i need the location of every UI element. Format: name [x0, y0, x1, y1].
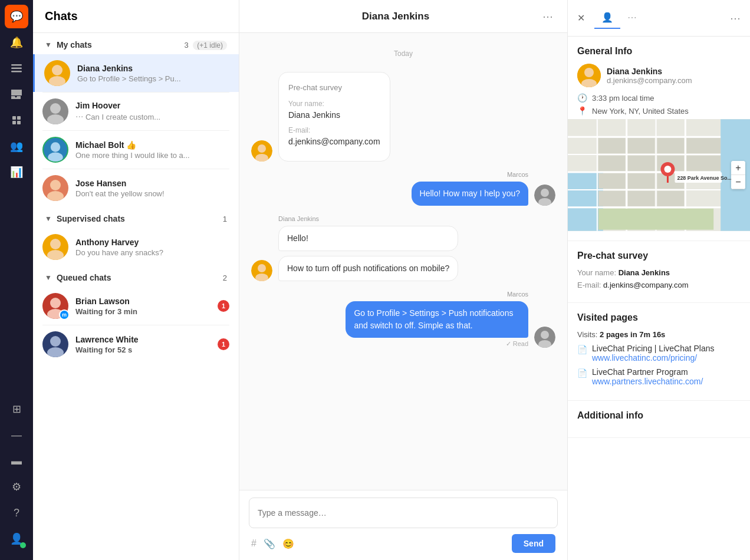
- clock-icon: 🕐: [577, 93, 587, 103]
- chat-item-brian[interactable]: m Brian Lawson Waiting for 3 min 1: [33, 287, 239, 325]
- message-input[interactable]: [258, 508, 549, 518]
- svg-point-29: [258, 264, 266, 272]
- nav-inbox[interactable]: [5, 83, 28, 106]
- rp-options-btn[interactable]: ⋯: [730, 12, 741, 25]
- icon-bar: 💬 🔔 👥 📊 ⊞ — ▬ ⚙: [0, 0, 33, 560]
- chat-item-anthony[interactable]: Anthony Harvey Do you have any snacks?: [33, 228, 239, 266]
- pre-chat-survey-section: Pre-chat survey Your name: Diana Jenkins…: [568, 241, 750, 303]
- visits-summary: Visits: 2 pages in 7m 16s: [577, 330, 741, 339]
- chat-info-jose: Jose Hansen Don't eat the yellow snow!: [75, 179, 229, 198]
- svg-rect-5: [12, 121, 16, 124]
- rp-location-row: 📍 New York, NY, United States: [577, 106, 741, 116]
- my-chats-count: 3 (+1 idle): [184, 41, 227, 50]
- survey-email-value: d.jenkins@company.com: [288, 136, 380, 148]
- chat-item-jim[interactable]: Jim Hoover ··· Can I create custom...: [33, 93, 239, 130]
- msg-customer-hello: Diana Jenkins Hello! How to turn off pus…: [251, 215, 555, 281]
- chat-item-jose[interactable]: Jose Hansen Don't eat the yellow snow!: [33, 169, 239, 207]
- emoji-icon[interactable]: 😊: [282, 538, 294, 549]
- svg-rect-58: [598, 191, 626, 206]
- chat-preview-jose: Don't eat the yellow snow!: [75, 189, 229, 198]
- chat-preview-michael: One more thing I would like to a...: [75, 151, 229, 160]
- chat-item-lawrence[interactable]: Lawrence White Waiting for 52 s 1: [33, 325, 239, 363]
- nav-settings[interactable]: ⚙: [5, 475, 28, 499]
- chat-info-jim: Jim Hoover ··· Can I create custom...: [75, 101, 229, 122]
- date-divider: Today: [251, 50, 555, 58]
- msg-content-customer-hello: Diana Jenkins Hello! How to turn off pus…: [278, 215, 458, 281]
- chat-name-jim: Jim Hoover: [75, 101, 229, 110]
- nav-grid[interactable]: ⊞: [5, 397, 28, 421]
- queued-chats-header[interactable]: ▼ Queued chats 2: [33, 266, 239, 287]
- svg-rect-63: [598, 209, 713, 230]
- rp-tab-person[interactable]: 👤: [594, 7, 620, 29]
- send-button[interactable]: Send: [512, 534, 555, 553]
- nav-card[interactable]: ▬: [5, 449, 28, 473]
- chat-item-diana[interactable]: Diana Jenkins Go to Profile > Settings >…: [33, 54, 239, 92]
- nav-bell[interactable]: 🔔: [5, 31, 28, 54]
- chat-list-panel: Chats ▼ My chats 3 (+1 idle) Diana Jenki…: [33, 0, 239, 560]
- general-info-title: General Info: [577, 46, 741, 57]
- nav-people[interactable]: 👥: [5, 134, 28, 158]
- right-panel: ✕ 👤 ⋯ ⋯ General Info Diana Jenkins d.jen…: [567, 0, 750, 560]
- chat-name-jose: Jose Hansen: [75, 179, 229, 188]
- my-chats-section-header[interactable]: ▼ My chats 3 (+1 idle): [33, 33, 239, 54]
- nav-list[interactable]: [5, 57, 28, 80]
- nav-avatar[interactable]: 👤: [5, 527, 28, 551]
- map-placeholder[interactable]: 228 Park Avenue So... + −: [568, 119, 750, 231]
- svg-rect-55: [598, 173, 626, 189]
- map-zoom-in[interactable]: +: [731, 161, 745, 175]
- rp-time-row: 🕐 3:33 pm local time: [577, 93, 741, 103]
- visited-page-url-2[interactable]: www.partners.livechatinc.com/: [592, 377, 703, 386]
- chat-name-lawrence: Lawrence White: [75, 335, 210, 344]
- chat-header-actions: ⋯: [540, 8, 555, 25]
- queued-chats-chevron: ▼: [45, 274, 52, 282]
- survey-name-row: Your name: Diana Jenkins: [577, 268, 741, 277]
- input-toolbar: # 📎 😊 Send: [249, 534, 558, 553]
- nav-help[interactable]: ?: [5, 501, 28, 525]
- chat-name-brian: Brian Lawson: [75, 297, 210, 306]
- attachment-icon[interactable]: 📎: [264, 538, 275, 549]
- survey-title: Pre-chat survey: [288, 82, 380, 94]
- chat-name-anthony: Anthony Harvey: [75, 238, 229, 247]
- rp-user-name: Diana Jenkins: [607, 67, 692, 76]
- svg-rect-2: [11, 71, 22, 73]
- rp-user-info: Diana Jenkins d.jenkins@company.com: [607, 67, 692, 85]
- msg-agent-1: Marcos Hello! How may I help you?: [251, 171, 555, 206]
- chat-info-diana: Diana Jenkins Go to Profile > Settings >…: [77, 64, 229, 83]
- map-zoom-out[interactable]: −: [731, 175, 745, 189]
- rp-tab-more[interactable]: ⋯: [620, 7, 644, 29]
- svg-rect-50: [598, 156, 626, 171]
- nav-chart[interactable]: 📊: [5, 160, 28, 184]
- chat-header-name: Diana Jenkins: [362, 11, 429, 22]
- svg-text:228 Park Avenue So...: 228 Park Avenue So...: [677, 175, 732, 181]
- rp-user-row: Diana Jenkins d.jenkins@company.com: [577, 64, 741, 87]
- svg-rect-6: [17, 121, 21, 124]
- chat-more-btn[interactable]: ⋯: [540, 8, 555, 25]
- nav-divider-icon: —: [5, 423, 28, 447]
- svg-point-7: [52, 65, 63, 75]
- svg-point-23: [258, 144, 266, 153]
- chat-preview-brian: Waiting for 3 min: [75, 307, 210, 316]
- chat-name-michael: Michael Bolt 👍: [75, 140, 229, 150]
- visited-page-2: 📄 LiveChat Partner Program www.partners.…: [577, 367, 741, 386]
- svg-rect-3: [12, 116, 16, 120]
- msg-avatar-diana-survey: [251, 140, 272, 162]
- msg-agent-2: Marcos Go to Profile > Settings > Push n…: [251, 291, 555, 348]
- svg-rect-49: [598, 138, 626, 153]
- svg-rect-61: [686, 138, 721, 153]
- badge-brian: 1: [218, 300, 229, 312]
- nav-tag[interactable]: [5, 108, 28, 132]
- svg-point-14: [50, 180, 61, 190]
- svg-rect-4: [17, 116, 21, 120]
- hashtag-icon[interactable]: #: [251, 538, 256, 549]
- nav-chats[interactable]: 💬: [5, 5, 28, 28]
- input-icons: # 📎 😊: [251, 538, 294, 549]
- badge-lawrence: 1: [218, 338, 229, 350]
- supervised-chats-header[interactable]: ▼ Supervised chats 1: [33, 207, 239, 228]
- visited-pages-section: Visited pages Visits: 2 pages in 7m 16s …: [568, 303, 750, 401]
- chat-item-michael[interactable]: Michael Bolt 👍 One more thing I would li…: [33, 131, 239, 169]
- right-panel-close[interactable]: ✕: [577, 12, 585, 24]
- visited-page-url-1[interactable]: www.livechatinc.com/pricing/: [592, 353, 715, 363]
- chat-info-lawrence: Lawrence White Waiting for 52 s: [75, 335, 210, 354]
- right-panel-header: ✕ 👤 ⋯ ⋯: [568, 0, 750, 37]
- online-indicator: [20, 542, 26, 548]
